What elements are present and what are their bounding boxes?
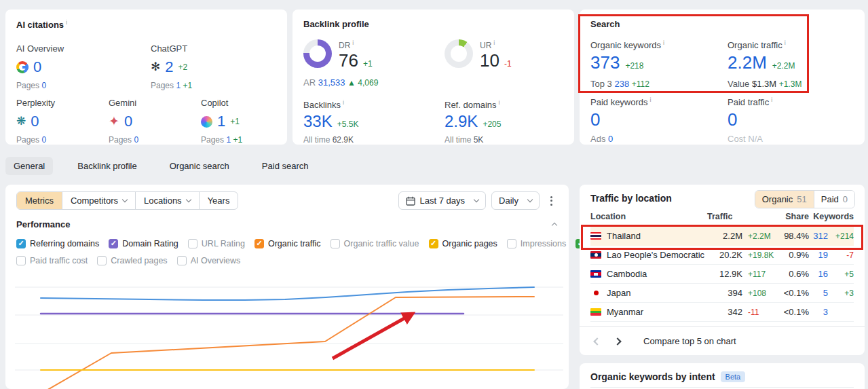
checkbox xyxy=(97,256,107,265)
ai-item-chatgpt: ChatGPT ✻2+2 Pages 1 +1 xyxy=(151,43,240,90)
segment-competitors[interactable]: Competitors xyxy=(62,192,135,209)
checkbox xyxy=(254,239,264,248)
keywords-by-intent-title: Organic keywords by intent xyxy=(590,371,715,382)
segment-metrics[interactable]: Metrics xyxy=(17,192,62,209)
checkbox xyxy=(188,239,197,248)
info-icon[interactable] xyxy=(663,39,664,46)
segment-locations[interactable]: Locations xyxy=(135,192,199,209)
search-title: Search xyxy=(590,19,620,29)
info-icon[interactable] xyxy=(493,39,495,46)
metric-crawled-pages[interactable]: Crawled pages xyxy=(97,256,167,265)
ai-item-gemini: Gemini ✦0 Pages 0 xyxy=(109,98,198,145)
chevron-down-icon xyxy=(185,197,191,202)
granularity-button[interactable]: Daily xyxy=(491,191,540,210)
performance-card: Metrics Competitors Locations Years Last… xyxy=(5,185,569,389)
beta-badge: Beta xyxy=(721,371,746,382)
ai-item-perplexity: Perplexity ❋0 Pages 0 xyxy=(16,98,106,145)
metric-paid-traffic-cost[interactable]: Paid traffic cost xyxy=(16,256,88,265)
chevron-down-icon xyxy=(527,197,533,202)
japan-flag-icon xyxy=(590,289,601,297)
info-icon[interactable] xyxy=(499,99,500,106)
table-row-japan[interactable]: Japan 394 +108 <0.1% 5 +3 xyxy=(590,284,854,303)
checkbox xyxy=(109,239,118,248)
backlinks-block: Backlinks 33K+5.5K All time 62.9K xyxy=(303,99,358,145)
info-icon[interactable] xyxy=(785,39,786,46)
metric-url-rating[interactable]: URL Rating xyxy=(188,239,245,248)
metric-referring-domains[interactable]: Referring domains xyxy=(16,239,99,248)
ai-citations-title: AI citations xyxy=(16,19,67,30)
divider xyxy=(590,387,854,388)
info-icon[interactable] xyxy=(650,96,652,103)
metric-organic-traffic-value[interactable]: Organic traffic value xyxy=(331,239,419,248)
performance-chart xyxy=(5,266,569,389)
checkbox xyxy=(16,256,26,265)
toggle-paid[interactable]: Paid0 xyxy=(814,191,854,208)
checkbox xyxy=(507,239,516,248)
metric-organic-traffic[interactable]: Organic traffic xyxy=(254,239,321,248)
chart-date-controls: Last 7 days Daily xyxy=(398,191,558,210)
organic-keywords-block: Organic keywords 373+218 Top 3 238 +112 xyxy=(590,39,664,89)
metric-impressions[interactable]: Impressions xyxy=(507,239,566,248)
performance-heading: Performance xyxy=(16,219,70,229)
metric-domain-rating[interactable]: Domain Rating xyxy=(109,239,178,248)
search-card: Search Organic keywords 373+218 Top 3 23… xyxy=(580,10,865,145)
section-tabs: General Backlink profile Organic search … xyxy=(5,157,317,175)
checkbox xyxy=(177,256,187,265)
info-icon[interactable] xyxy=(352,39,354,46)
info-icon[interactable] xyxy=(771,96,772,103)
chatgpt-icon: ✻ xyxy=(151,61,160,73)
chevron-right-icon xyxy=(614,337,621,345)
segment-years[interactable]: Years xyxy=(199,192,238,209)
tab-backlink-profile[interactable]: Backlink profile xyxy=(69,157,145,175)
metric-organic-pages[interactable]: Organic pages xyxy=(429,239,497,248)
table-row-cambodia[interactable]: Cambodia 12.9K +117 0.6% 16 +5 xyxy=(590,265,854,284)
table-row-laos[interactable]: Lao People's Democratic Reput 20.2K +19.… xyxy=(590,246,854,265)
cambodia-flag-icon xyxy=(590,270,601,278)
ai-item-ai-overview: AI Overview 0 Pages 0 xyxy=(16,43,106,90)
tab-general[interactable]: General xyxy=(5,157,53,175)
chevron-down-icon xyxy=(474,197,479,202)
traffic-table-header: Location Traffic Share Keywords xyxy=(590,212,854,227)
keywords-by-intent-title-row: Organic keywords by intent Beta xyxy=(590,371,745,382)
laos-flag-icon xyxy=(590,251,601,259)
next-page-button[interactable] xyxy=(611,332,624,350)
ai-item-copilot: Copilot 1+1 Pages 1 +1 xyxy=(201,98,290,145)
table-row-myanmar[interactable]: Myanmar 342 -11 <0.1% 3 xyxy=(590,303,854,322)
traffic-by-location-title: Traffic by location xyxy=(590,193,672,204)
ur-donut xyxy=(445,39,473,68)
table-row-thailand[interactable]: Thailand 2.2M +2.2M 98.4% 312 +214 xyxy=(590,227,854,246)
backlink-profile-card: Backlink profile DR 76+1 AR 31,533 ▲ 4,0… xyxy=(293,10,574,145)
traffic-table: Location Traffic Share Keywords Thailand… xyxy=(590,212,854,322)
compare-top5-link[interactable]: Compare top 5 on chart xyxy=(643,336,736,346)
gemini-icon: ✦ xyxy=(109,115,119,128)
chevron-left-icon xyxy=(593,337,601,345)
tab-paid-search[interactable]: Paid search xyxy=(254,157,317,175)
checkbox xyxy=(16,239,26,248)
more-options-icon[interactable] xyxy=(545,192,558,210)
ref-domains-block: Ref. domains 2.9K+205 All time 5K xyxy=(445,99,501,145)
date-range-button[interactable]: Last 7 days xyxy=(398,191,487,210)
traffic-type-toggle: Organic51 Paid0 xyxy=(755,190,855,208)
tab-organic-search[interactable]: Organic search xyxy=(162,157,238,175)
calendar-icon xyxy=(406,196,415,206)
google-icon xyxy=(16,61,29,73)
backlink-profile-title: Backlink profile xyxy=(303,19,369,29)
info-icon[interactable] xyxy=(343,99,344,106)
prev-page-button[interactable] xyxy=(590,332,604,350)
annotation-arrow xyxy=(333,314,413,358)
info-icon[interactable] xyxy=(66,19,67,26)
metric-ai-overviews[interactable]: AI Overviews xyxy=(177,256,241,265)
collapse-chevron-icon[interactable] xyxy=(552,223,557,228)
copilot-icon xyxy=(201,116,212,128)
checkbox xyxy=(331,239,340,248)
chart-mode-segmented-control: Metrics Competitors Locations Years xyxy=(16,191,238,210)
keywords-by-intent-card: Organic keywords by intent Beta xyxy=(580,363,865,389)
paid-keywords-block: Paid keywords 0 Ads 0 xyxy=(590,96,652,144)
ai-citations-card: AI citations AI Overview 0 Pages 0 ChatG… xyxy=(5,10,287,145)
domain-rating-block: DR 76+1 xyxy=(303,39,373,71)
traffic-by-location-card: Traffic by location Organic51 Paid0 Loca… xyxy=(580,185,865,355)
traffic-table-footer: Compare top 5 on chart xyxy=(580,326,865,355)
thailand-flag-icon xyxy=(590,232,601,240)
toggle-organic[interactable]: Organic51 xyxy=(755,191,814,208)
url-rating-block: UR 10-1 xyxy=(445,39,512,71)
